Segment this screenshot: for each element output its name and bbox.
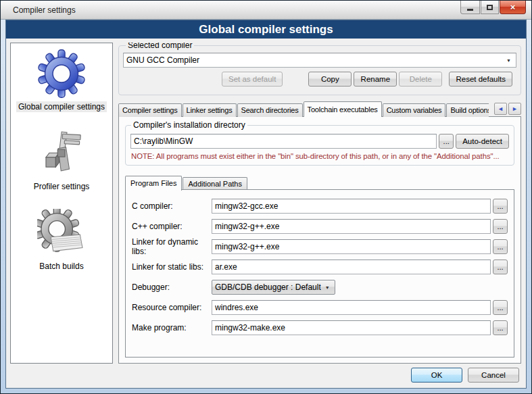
browse-button[interactable]: ... [493,320,508,335]
title-bar[interactable]: Compiler settings × [1,1,531,20]
tab-scroll-right-button[interactable]: ► [508,103,521,115]
subtab-additional-paths[interactable]: Additional Paths [183,177,247,190]
main-panel: Selected compiler GNU GCC Compiler ▼ Set… [118,43,521,364]
debugger-select-value: GDB/CDB debugger : Default [215,282,321,292]
resource-compiler-input[interactable] [212,300,491,315]
selected-compiler-label: Selected compiler [126,43,194,50]
tab-custom-variables[interactable]: Custom variables [383,103,446,117]
field-row-linker-for-dynamic-libs: Linker for dynamic libs:... [132,239,508,254]
field-label: Debugger: [132,282,212,292]
page-title: Global compiler settings [199,23,333,36]
linker-for-dynamic-libs-input[interactable] [212,239,491,254]
installation-path-row: ... Auto-detect [130,134,509,149]
debugger-select[interactable]: GDB/CDB debugger : Default▼ [212,280,335,295]
programs-subtabs: Program FilesAdditional Paths [125,174,514,190]
installation-directory-label: Compiler's installation directory [131,120,247,130]
chevron-down-icon: ▼ [325,285,330,290]
c-compiler-input[interactable] [212,199,491,214]
window-title: Compiler settings [1,5,76,15]
field-row-c++-compiler: C++ compiler:... [132,219,508,234]
sidebar-item-global-compiler-settings[interactable]: Global compiler settings [16,49,107,112]
field-row-linker-for-static-libs: Linker for static libs:... [132,260,508,274]
tab-scroll-left-icon: ◄ [498,106,504,112]
main-tabstrip: Compiler settingsLinker settingsSearch d… [118,100,521,117]
installation-directory-group: Compiler's installation directory ... Au… [125,125,514,166]
compiler-select-value: GNU GCC Compiler [126,55,502,65]
field-label: Linker for static libs: [132,262,212,272]
browse-directory-button[interactable]: ... [439,134,454,149]
tab-search-directories[interactable]: Search directories [237,103,303,117]
sidebar-item-profiler-settings[interactable]: Profiler settings [32,128,92,192]
cancel-button[interactable]: Cancel [468,368,519,383]
copy-button[interactable]: Copy [308,72,352,87]
chevron-down-icon: ▼ [506,58,511,63]
minimize-button[interactable] [460,1,480,14]
field-label: C compiler: [132,201,212,211]
profiler-caliper-icon [37,128,87,178]
tab-linker-settings[interactable]: Linker settings [183,103,237,117]
dialog-footer: OK Cancel [6,365,526,388]
sidebar-item-batch-builds[interactable]: Batch builds [37,208,87,272]
field-label: Linker for dynamic libs: [132,237,212,256]
field-label: C++ compiler: [132,222,212,231]
toolchain-tab-panel: Compiler's installation directory ... Au… [118,116,521,364]
browse-button[interactable]: ... [493,199,508,214]
rename-button[interactable]: Rename [354,72,397,87]
minimize-icon [467,9,473,11]
browse-button[interactable]: ... [493,239,508,254]
reset-defaults-button[interactable]: Reset defaults [449,72,512,87]
browse-button[interactable]: ... [493,260,508,274]
dialog-content: Global compiler settingsProfiler setting… [6,39,526,365]
sidebar-item-label: Profiler settings [32,181,92,192]
main-tabs: Compiler settingsLinker settingsSearch d… [118,101,489,117]
close-icon: × [510,3,516,11]
browse-button[interactable]: ... [493,219,508,234]
auto-detect-button[interactable]: Auto-detect [456,134,509,149]
dialog-frame: Global compiler settings Global compiler… [5,20,527,389]
field-row-c-compiler: C compiler:... [132,199,508,214]
tab-toolchain-executables[interactable]: Toolchain executables [304,101,382,117]
installation-directory-input[interactable] [130,134,437,149]
note-text: NOTE: All programs must exist either in … [131,152,509,160]
tab-scroll-left-button[interactable]: ◄ [494,103,507,115]
window-controls: × [460,1,526,14]
tab-scroll-right-icon: ► [512,106,518,112]
dialog-header: Global compiler settings [6,20,526,39]
field-row-make-program: Make program:... [132,320,508,335]
linker-for-static-libs-input[interactable] [212,260,491,274]
sidebar-item-label: Global compiler settings [16,101,107,112]
compiler-settings-window: Compiler settings × Global compiler sett… [0,0,532,394]
ok-button[interactable]: OK [411,368,462,383]
make-program-input[interactable] [212,320,491,335]
compiler-select[interactable]: GNU GCC Compiler ▼ [123,53,516,68]
program-files-panel: C compiler:...C++ compiler:...Linker for… [125,189,514,358]
field-label: Make program: [132,323,212,333]
selected-compiler-group: Selected compiler GNU GCC Compiler ▼ Set… [118,45,521,95]
delete-button: Delete [399,72,442,87]
compiler-buttons-row: Set as defaultCopyRenameDeleteReset defa… [123,72,516,87]
subtab-program-files[interactable]: Program Files [125,176,182,191]
field-row-debugger: Debugger:GDB/CDB debugger : Default▼ [132,280,508,295]
field-label: Resource compiler: [132,303,212,312]
c++-compiler-input[interactable] [212,219,491,234]
maximize-icon [487,5,493,10]
maximize-button[interactable] [481,1,499,14]
set-as-default-button: Set as default [222,72,283,87]
field-row-resource-compiler: Resource compiler:... [132,300,508,315]
tab-compiler-settings[interactable]: Compiler settings [118,103,182,117]
tab-build-options[interactable]: Build options [446,103,489,117]
browse-button[interactable]: ... [493,300,508,315]
close-button[interactable]: × [500,1,526,14]
gear-blue-icon [37,49,87,99]
batch-gear-icon [37,208,87,258]
sidebar-item-label: Batch builds [37,261,85,272]
category-list: Global compiler settingsProfiler setting… [10,43,113,364]
tab-scroll-buttons: ◄ ► [493,103,521,115]
